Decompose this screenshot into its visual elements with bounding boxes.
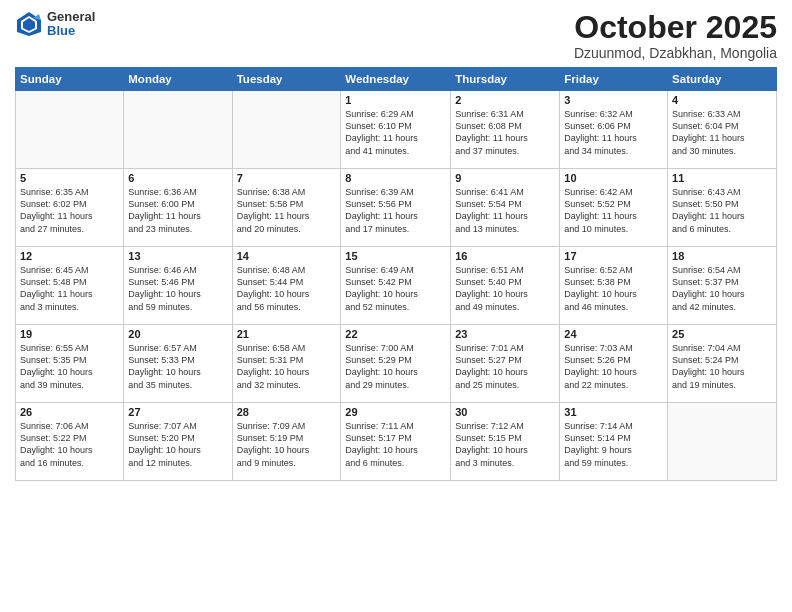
day-number: 12 xyxy=(20,250,119,262)
calendar-cell: 9Sunrise: 6:41 AM Sunset: 5:54 PM Daylig… xyxy=(451,169,560,247)
day-number: 1 xyxy=(345,94,446,106)
header-saturday: Saturday xyxy=(668,68,777,91)
day-info: Sunrise: 6:35 AM Sunset: 6:02 PM Dayligh… xyxy=(20,186,119,235)
calendar-cell: 20Sunrise: 6:57 AM Sunset: 5:33 PM Dayli… xyxy=(124,325,232,403)
calendar-week-2: 5Sunrise: 6:35 AM Sunset: 6:02 PM Daylig… xyxy=(16,169,777,247)
calendar-cell: 23Sunrise: 7:01 AM Sunset: 5:27 PM Dayli… xyxy=(451,325,560,403)
header-monday: Monday xyxy=(124,68,232,91)
location-subtitle: Dzuunmod, Dzabkhan, Mongolia xyxy=(574,45,777,61)
day-info: Sunrise: 6:39 AM Sunset: 5:56 PM Dayligh… xyxy=(345,186,446,235)
calendar-cell: 31Sunrise: 7:14 AM Sunset: 5:14 PM Dayli… xyxy=(560,403,668,481)
header-friday: Friday xyxy=(560,68,668,91)
day-number: 21 xyxy=(237,328,337,340)
calendar-cell: 3Sunrise: 6:32 AM Sunset: 6:06 PM Daylig… xyxy=(560,91,668,169)
calendar-cell: 11Sunrise: 6:43 AM Sunset: 5:50 PM Dayli… xyxy=(668,169,777,247)
day-info: Sunrise: 7:09 AM Sunset: 5:19 PM Dayligh… xyxy=(237,420,337,469)
calendar-cell: 27Sunrise: 7:07 AM Sunset: 5:20 PM Dayli… xyxy=(124,403,232,481)
day-info: Sunrise: 6:33 AM Sunset: 6:04 PM Dayligh… xyxy=(672,108,772,157)
calendar-header-row: Sunday Monday Tuesday Wednesday Thursday… xyxy=(16,68,777,91)
calendar-cell xyxy=(232,91,341,169)
calendar-cell: 28Sunrise: 7:09 AM Sunset: 5:19 PM Dayli… xyxy=(232,403,341,481)
day-info: Sunrise: 6:45 AM Sunset: 5:48 PM Dayligh… xyxy=(20,264,119,313)
day-number: 19 xyxy=(20,328,119,340)
day-number: 29 xyxy=(345,406,446,418)
day-number: 13 xyxy=(128,250,227,262)
calendar-cell: 10Sunrise: 6:42 AM Sunset: 5:52 PM Dayli… xyxy=(560,169,668,247)
day-info: Sunrise: 6:32 AM Sunset: 6:06 PM Dayligh… xyxy=(564,108,663,157)
day-info: Sunrise: 6:57 AM Sunset: 5:33 PM Dayligh… xyxy=(128,342,227,391)
calendar-week-4: 19Sunrise: 6:55 AM Sunset: 5:35 PM Dayli… xyxy=(16,325,777,403)
day-info: Sunrise: 6:46 AM Sunset: 5:46 PM Dayligh… xyxy=(128,264,227,313)
day-info: Sunrise: 6:54 AM Sunset: 5:37 PM Dayligh… xyxy=(672,264,772,313)
calendar-cell: 18Sunrise: 6:54 AM Sunset: 5:37 PM Dayli… xyxy=(668,247,777,325)
calendar-cell: 14Sunrise: 6:48 AM Sunset: 5:44 PM Dayli… xyxy=(232,247,341,325)
logo-general: General xyxy=(47,10,95,24)
day-number: 3 xyxy=(564,94,663,106)
day-info: Sunrise: 6:29 AM Sunset: 6:10 PM Dayligh… xyxy=(345,108,446,157)
header-wednesday: Wednesday xyxy=(341,68,451,91)
day-info: Sunrise: 6:48 AM Sunset: 5:44 PM Dayligh… xyxy=(237,264,337,313)
calendar-cell: 26Sunrise: 7:06 AM Sunset: 5:22 PM Dayli… xyxy=(16,403,124,481)
day-info: Sunrise: 7:06 AM Sunset: 5:22 PM Dayligh… xyxy=(20,420,119,469)
calendar-cell: 4Sunrise: 6:33 AM Sunset: 6:04 PM Daylig… xyxy=(668,91,777,169)
day-info: Sunrise: 6:42 AM Sunset: 5:52 PM Dayligh… xyxy=(564,186,663,235)
day-info: Sunrise: 7:12 AM Sunset: 5:15 PM Dayligh… xyxy=(455,420,555,469)
day-number: 14 xyxy=(237,250,337,262)
header-sunday: Sunday xyxy=(16,68,124,91)
header: General Blue October 2025 Dzuunmod, Dzab… xyxy=(15,10,777,61)
day-info: Sunrise: 6:49 AM Sunset: 5:42 PM Dayligh… xyxy=(345,264,446,313)
calendar-cell: 15Sunrise: 6:49 AM Sunset: 5:42 PM Dayli… xyxy=(341,247,451,325)
logo: General Blue xyxy=(15,10,95,39)
day-number: 10 xyxy=(564,172,663,184)
calendar-cell: 7Sunrise: 6:38 AM Sunset: 5:58 PM Daylig… xyxy=(232,169,341,247)
calendar-cell: 21Sunrise: 6:58 AM Sunset: 5:31 PM Dayli… xyxy=(232,325,341,403)
logo-icon xyxy=(15,10,43,38)
calendar-cell: 2Sunrise: 6:31 AM Sunset: 6:08 PM Daylig… xyxy=(451,91,560,169)
day-number: 23 xyxy=(455,328,555,340)
day-number: 26 xyxy=(20,406,119,418)
title-area: October 2025 Dzuunmod, Dzabkhan, Mongoli… xyxy=(574,10,777,61)
calendar-table: Sunday Monday Tuesday Wednesday Thursday… xyxy=(15,67,777,481)
day-number: 18 xyxy=(672,250,772,262)
day-info: Sunrise: 6:41 AM Sunset: 5:54 PM Dayligh… xyxy=(455,186,555,235)
calendar-cell xyxy=(16,91,124,169)
calendar-cell: 22Sunrise: 7:00 AM Sunset: 5:29 PM Dayli… xyxy=(341,325,451,403)
day-info: Sunrise: 6:55 AM Sunset: 5:35 PM Dayligh… xyxy=(20,342,119,391)
day-number: 20 xyxy=(128,328,227,340)
day-number: 22 xyxy=(345,328,446,340)
day-info: Sunrise: 6:52 AM Sunset: 5:38 PM Dayligh… xyxy=(564,264,663,313)
calendar-cell: 13Sunrise: 6:46 AM Sunset: 5:46 PM Dayli… xyxy=(124,247,232,325)
day-info: Sunrise: 7:07 AM Sunset: 5:20 PM Dayligh… xyxy=(128,420,227,469)
day-number: 9 xyxy=(455,172,555,184)
calendar-cell: 24Sunrise: 7:03 AM Sunset: 5:26 PM Dayli… xyxy=(560,325,668,403)
calendar-container: General Blue October 2025 Dzuunmod, Dzab… xyxy=(0,0,792,612)
day-number: 24 xyxy=(564,328,663,340)
day-info: Sunrise: 7:04 AM Sunset: 5:24 PM Dayligh… xyxy=(672,342,772,391)
day-info: Sunrise: 7:14 AM Sunset: 5:14 PM Dayligh… xyxy=(564,420,663,469)
calendar-cell: 6Sunrise: 6:36 AM Sunset: 6:00 PM Daylig… xyxy=(124,169,232,247)
day-info: Sunrise: 7:00 AM Sunset: 5:29 PM Dayligh… xyxy=(345,342,446,391)
calendar-week-1: 1Sunrise: 6:29 AM Sunset: 6:10 PM Daylig… xyxy=(16,91,777,169)
day-number: 8 xyxy=(345,172,446,184)
calendar-cell: 17Sunrise: 6:52 AM Sunset: 5:38 PM Dayli… xyxy=(560,247,668,325)
day-info: Sunrise: 6:43 AM Sunset: 5:50 PM Dayligh… xyxy=(672,186,772,235)
calendar-cell: 16Sunrise: 6:51 AM Sunset: 5:40 PM Dayli… xyxy=(451,247,560,325)
day-number: 16 xyxy=(455,250,555,262)
calendar-cell: 25Sunrise: 7:04 AM Sunset: 5:24 PM Dayli… xyxy=(668,325,777,403)
header-thursday: Thursday xyxy=(451,68,560,91)
calendar-cell xyxy=(124,91,232,169)
day-info: Sunrise: 6:38 AM Sunset: 5:58 PM Dayligh… xyxy=(237,186,337,235)
calendar-cell: 1Sunrise: 6:29 AM Sunset: 6:10 PM Daylig… xyxy=(341,91,451,169)
calendar-cell: 8Sunrise: 6:39 AM Sunset: 5:56 PM Daylig… xyxy=(341,169,451,247)
day-info: Sunrise: 6:31 AM Sunset: 6:08 PM Dayligh… xyxy=(455,108,555,157)
day-number: 25 xyxy=(672,328,772,340)
day-number: 4 xyxy=(672,94,772,106)
day-number: 5 xyxy=(20,172,119,184)
day-number: 2 xyxy=(455,94,555,106)
day-number: 11 xyxy=(672,172,772,184)
day-number: 30 xyxy=(455,406,555,418)
day-info: Sunrise: 7:03 AM Sunset: 5:26 PM Dayligh… xyxy=(564,342,663,391)
day-number: 27 xyxy=(128,406,227,418)
day-info: Sunrise: 6:36 AM Sunset: 6:00 PM Dayligh… xyxy=(128,186,227,235)
logo-blue: Blue xyxy=(47,24,95,38)
